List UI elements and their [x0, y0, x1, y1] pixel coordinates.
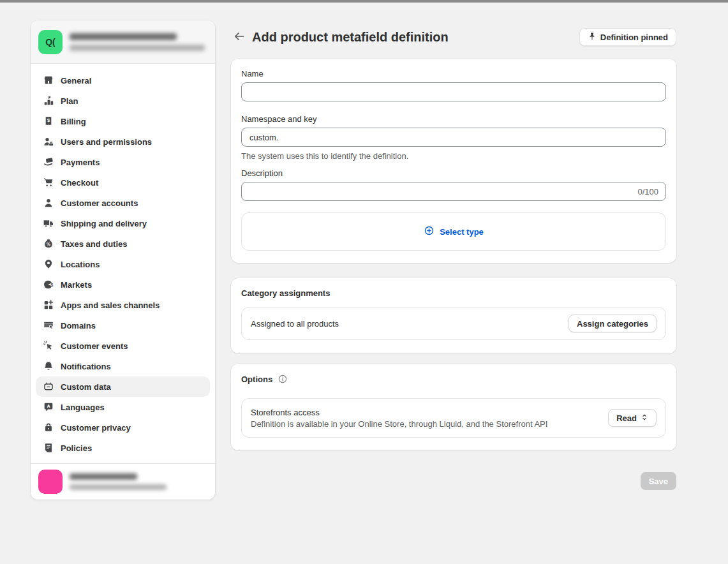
plan-icon: [42, 95, 54, 107]
storefronts-access-title: Storefronts access: [251, 408, 547, 417]
user-name-blur: [70, 473, 137, 480]
storefronts-access-value: Read: [616, 413, 637, 423]
storefront-icon: [42, 75, 54, 87]
definition-form-card: Name Namespace and key The system uses t…: [231, 59, 676, 263]
sidebar-item-label: Customer events: [61, 341, 128, 351]
category-card-title: Category assignments: [241, 288, 666, 298]
back-arrow-icon: [233, 30, 246, 45]
store-name-redacted: [70, 33, 205, 51]
page-title: Add product metafield definition: [252, 30, 449, 45]
pin-icon: [588, 32, 597, 43]
sidebar-item-plan[interactable]: Plan: [36, 91, 210, 111]
sidebar-item-general[interactable]: General: [36, 70, 210, 91]
sidebar-item-users[interactable]: Users and permissions: [36, 131, 210, 152]
domains-icon: [42, 320, 54, 332]
store-name-blur: [70, 33, 177, 40]
sidebar-item-label: Users and permissions: [61, 137, 152, 147]
sidebar-item-policies[interactable]: Policies: [36, 438, 210, 458]
sidebar-item-customer-events[interactable]: Customer events: [36, 336, 210, 356]
storefronts-access-description: Definition is available in your Online S…: [251, 419, 547, 429]
description-label: Description: [241, 168, 666, 178]
user-account-row[interactable]: [31, 463, 215, 500]
sidebar-item-label: Locations: [61, 260, 100, 269]
options-card: Options Storefronts access Definition is…: [231, 364, 676, 450]
assign-categories-button[interactable]: Assign categories: [568, 315, 657, 332]
name-input[interactable]: [241, 82, 666, 101]
sidebar-item-checkout[interactable]: Checkout: [36, 172, 210, 193]
back-button[interactable]: [231, 29, 248, 45]
sidebar-item-customer-privacy[interactable]: Customer privacy: [36, 417, 210, 438]
svg-text:$: $: [50, 283, 53, 288]
location-pin-icon: [42, 258, 54, 271]
store-avatar: Q(: [38, 30, 63, 54]
select-type-area: Select type: [241, 212, 666, 251]
sidebar-item-label: Customer accounts: [61, 198, 138, 208]
policies-icon: [42, 442, 54, 454]
sidebar-item-label: Taxes and duties: [61, 239, 128, 249]
billing-icon: $: [42, 115, 54, 128]
info-icon[interactable]: [278, 374, 288, 384]
languages-icon: A: [42, 401, 54, 413]
cart-icon: [42, 177, 54, 189]
sidebar-item-locations[interactable]: Locations: [36, 254, 210, 274]
description-input[interactable]: [241, 182, 666, 201]
apps-icon: [42, 299, 54, 311]
lock-icon: [42, 422, 54, 434]
sidebar-item-label: Custom data: [61, 382, 111, 392]
category-status-text: Assigned to all products: [251, 319, 339, 329]
select-type-label: Select type: [440, 227, 484, 237]
custom-data-icon: [42, 381, 54, 393]
settings-nav: General Plan $ Billing Users and permiss…: [31, 64, 215, 464]
save-row: Save: [231, 472, 676, 490]
sidebar-item-label: Policies: [61, 443, 92, 453]
select-type-button[interactable]: Select type: [424, 225, 484, 238]
sidebar-item-label: Notifications: [61, 362, 111, 371]
sidebar-item-markets[interactable]: $ Markets: [36, 274, 210, 295]
sidebar-item-custom-data[interactable]: Custom data: [36, 376, 210, 397]
person-icon: [42, 197, 54, 209]
sidebar-item-billing[interactable]: $ Billing: [36, 111, 210, 131]
category-assignments-card: Category assignments Assigned to all pro…: [231, 278, 676, 353]
svg-text:A: A: [47, 403, 50, 409]
definition-pinned-button[interactable]: Definition pinned: [579, 28, 676, 46]
sidebar-item-payments[interactable]: Payments: [36, 152, 210, 172]
sidebar-item-label: Checkout: [61, 178, 98, 188]
store-header[interactable]: Q(: [31, 20, 215, 64]
sidebar-item-label: Payments: [61, 158, 100, 167]
sidebar-item-label: Domains: [61, 321, 96, 330]
namespace-help-text: The system uses this to identify the def…: [241, 151, 666, 161]
sidebar-item-notifications[interactable]: Notifications: [36, 356, 210, 376]
sidebar-item-apps[interactable]: Apps and sales channels: [36, 295, 210, 315]
payments-icon: [42, 156, 54, 168]
namespace-label: Namespace and key: [241, 114, 666, 124]
name-label: Name: [241, 69, 666, 78]
sidebar-item-label: Customer privacy: [61, 423, 131, 433]
user-email-blur: [70, 484, 167, 490]
namespace-input[interactable]: [241, 128, 666, 147]
sidebar-item-shipping[interactable]: Shipping and delivery: [36, 213, 210, 234]
sidebar-item-taxes[interactable]: % Taxes and duties: [36, 234, 210, 254]
plus-circle-icon: [424, 225, 435, 238]
sidebar-item-label: Plan: [61, 96, 78, 106]
storefronts-access-select[interactable]: Read: [608, 409, 657, 427]
sidebar-item-languages[interactable]: A Languages: [36, 397, 210, 417]
options-card-title: Options: [241, 375, 272, 384]
sidebar-item-label: Shipping and delivery: [61, 219, 147, 228]
svg-text:%: %: [46, 242, 50, 246]
sidebar-item-label: General: [61, 76, 91, 85]
cursor-click-icon: [42, 340, 54, 352]
sidebar-item-domains[interactable]: Domains: [36, 315, 210, 336]
svg-text:$: $: [47, 117, 50, 123]
sidebar-item-label: Billing: [61, 117, 86, 126]
page-header: Add product metafield definition Definit…: [231, 27, 676, 47]
storefronts-access-row: Storefronts access Definition is availab…: [241, 398, 666, 438]
save-button[interactable]: Save: [641, 472, 676, 490]
character-counter: 0/100: [637, 187, 658, 197]
store-domain-blur: [70, 45, 205, 51]
window-top-edge: [0, 0, 728, 3]
settings-sidebar: Q( General Plan $ Billing Users and perm…: [31, 20, 215, 500]
sidebar-item-label: Languages: [61, 403, 105, 412]
category-status-box: Assigned to all products Assign categori…: [241, 307, 666, 340]
sidebar-item-customer-accounts[interactable]: Customer accounts: [36, 193, 210, 213]
sidebar-item-label: Apps and sales channels: [61, 301, 160, 310]
